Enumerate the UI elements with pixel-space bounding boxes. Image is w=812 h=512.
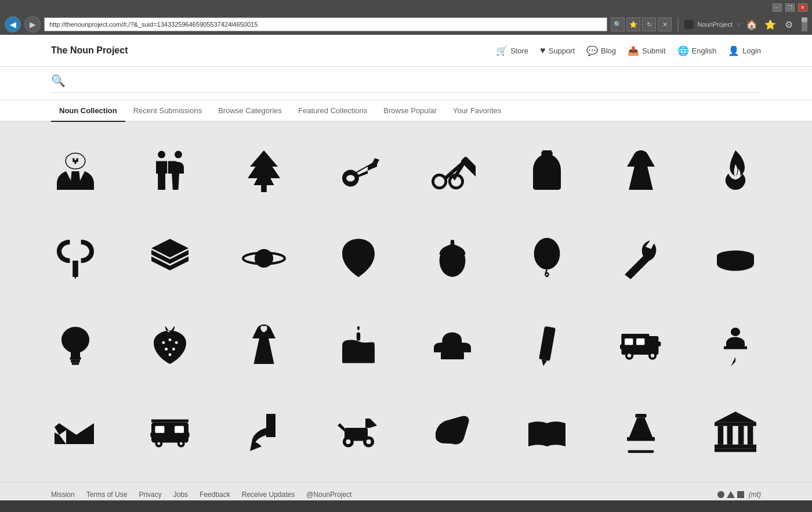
svg-point-4 xyxy=(433,175,445,188)
icon-fast-mail[interactable] xyxy=(35,395,116,470)
forward-button[interactable]: ▶ xyxy=(24,16,41,33)
tab-browse-popular[interactable]: Browse Popular xyxy=(375,100,445,122)
nav-blog[interactable]: 💬 Blog xyxy=(586,45,616,56)
svg-rect-61 xyxy=(717,426,723,445)
svg-point-50 xyxy=(179,442,182,445)
svg-point-27 xyxy=(165,348,168,351)
svg-rect-30 xyxy=(342,345,375,363)
icon-cocktail-dress[interactable] xyxy=(223,308,304,383)
icon-layers[interactable] xyxy=(129,221,211,296)
icon-hockey-puck[interactable] xyxy=(695,221,776,296)
home-icon[interactable]: 🏠 xyxy=(745,17,759,31)
nav-tabs: Noun Collection Recent Submissions Brows… xyxy=(0,100,812,122)
stop-button[interactable]: ✕ xyxy=(658,17,672,31)
minimize-button[interactable]: ─ xyxy=(773,3,782,12)
icon-croissant[interactable] xyxy=(412,395,493,470)
tab-recent-submissions[interactable]: Recent Submissions xyxy=(125,100,211,122)
footer-triangle xyxy=(727,491,735,498)
icon-wedding-couple[interactable] xyxy=(129,134,211,209)
icon-lightbulb[interactable] xyxy=(35,308,116,383)
icon-hand-phone[interactable] xyxy=(223,395,304,470)
svg-rect-66 xyxy=(715,448,756,452)
nav-blog-label: Blog xyxy=(601,46,616,55)
nav-submit[interactable]: 📤 Submit xyxy=(628,45,665,56)
footer-terms[interactable]: Terms of Use xyxy=(86,491,128,499)
login-icon: 👤 xyxy=(728,45,740,56)
svg-rect-16 xyxy=(451,240,454,246)
svg-rect-62 xyxy=(727,426,733,445)
tab-noun-collection[interactable]: Noun Collection xyxy=(51,100,125,122)
svg-rect-22 xyxy=(71,360,80,363)
footer-receive-updates[interactable]: Receive Updates xyxy=(242,491,295,499)
svg-rect-65 xyxy=(715,445,756,448)
icon-medic-person[interactable] xyxy=(35,134,116,209)
tab-featured-collections[interactable]: Featured Collections xyxy=(290,100,375,122)
icon-jack-stand[interactable] xyxy=(600,395,682,470)
nav-language[interactable]: 🌐 English xyxy=(677,45,717,56)
icon-acorn[interactable] xyxy=(412,221,493,296)
icon-lawn-mower[interactable] xyxy=(318,395,399,470)
search-browser-button[interactable]: 🔍 xyxy=(611,17,625,31)
language-icon: 🌐 xyxy=(677,45,689,56)
footer-circle xyxy=(717,491,724,498)
svg-point-1 xyxy=(175,151,182,158)
back-button[interactable]: ◀ xyxy=(5,16,21,33)
nav-language-label: English xyxy=(692,46,717,55)
tab-browse-categories[interactable]: Browse Categories xyxy=(210,100,290,122)
icon-balloon[interactable] xyxy=(506,221,588,296)
icon-bus[interactable] xyxy=(129,395,211,470)
nav-login-label: Login xyxy=(742,46,761,55)
icon-saturn[interactable] xyxy=(223,221,304,296)
icon-pine-tree[interactable] xyxy=(223,134,304,209)
url-display: http://thenounproject.com/#,/?&_suid=134… xyxy=(49,21,258,28)
footer-privacy[interactable]: Privacy xyxy=(139,491,161,499)
icon-flame[interactable] xyxy=(695,134,776,209)
icon-birthday-cake[interactable] xyxy=(318,308,399,383)
icon-scissors-tool[interactable] xyxy=(412,134,493,209)
close-button[interactable]: ✕ xyxy=(798,3,807,12)
store-icon: 🛒 xyxy=(496,45,507,56)
tab-your-favorites[interactable]: Your Favorites xyxy=(445,100,509,122)
nav-login[interactable]: 👤 Login xyxy=(728,45,761,56)
icon-museum[interactable] xyxy=(695,395,776,470)
icon-clamp[interactable] xyxy=(35,221,116,296)
icon-book[interactable] xyxy=(506,395,588,470)
icon-pencil[interactable] xyxy=(506,308,588,383)
svg-rect-60 xyxy=(715,422,756,426)
refresh-button[interactable]: ↻ xyxy=(642,17,656,31)
nav-support[interactable]: ♥ Support xyxy=(540,45,575,56)
nav-store[interactable]: 🛒 Store xyxy=(496,45,528,56)
star-icon[interactable]: ⭐ xyxy=(763,17,777,31)
icon-anvil[interactable] xyxy=(412,308,493,383)
svg-rect-45 xyxy=(155,426,164,433)
svg-rect-46 xyxy=(175,426,184,433)
svg-rect-64 xyxy=(747,426,753,445)
svg-point-29 xyxy=(168,354,171,356)
bookmark-button[interactable]: ⭐ xyxy=(626,17,640,31)
browser-toolbar: ◀ ▶ http://thenounproject.com/#,/?&_suid… xyxy=(5,14,807,35)
icon-leaf[interactable] xyxy=(318,221,399,296)
svg-rect-32 xyxy=(441,352,464,359)
svg-rect-58 xyxy=(635,414,646,417)
icon-dress[interactable] xyxy=(600,134,682,209)
address-bar[interactable]: http://thenounproject.com/#,/?&_suid=134… xyxy=(44,17,607,31)
svg-point-41 xyxy=(651,354,654,357)
settings-icon[interactable]: ⚙ xyxy=(782,17,796,31)
svg-rect-21 xyxy=(70,357,81,360)
submit-icon: 📤 xyxy=(628,45,639,56)
footer-twitter[interactable]: @NounProject xyxy=(306,491,351,499)
icon-school-bus[interactable] xyxy=(600,308,682,383)
search-input[interactable] xyxy=(70,75,761,86)
tab-close-button[interactable]: ✕ xyxy=(736,21,741,28)
icon-wheelbarrow[interactable] xyxy=(318,134,399,209)
footer-jobs[interactable]: Jobs xyxy=(173,491,188,499)
restore-button[interactable]: ❐ xyxy=(785,3,795,12)
icon-bottle[interactable] xyxy=(506,134,588,209)
icon-office-chair[interactable] xyxy=(695,308,776,383)
svg-rect-3 xyxy=(261,185,267,192)
svg-rect-52 xyxy=(187,432,189,437)
footer-mission[interactable]: Mission xyxy=(51,491,75,499)
icon-strawberry[interactable] xyxy=(129,308,211,383)
icon-pickaxe[interactable] xyxy=(600,221,682,296)
footer-feedback[interactable]: Feedback xyxy=(200,491,230,499)
